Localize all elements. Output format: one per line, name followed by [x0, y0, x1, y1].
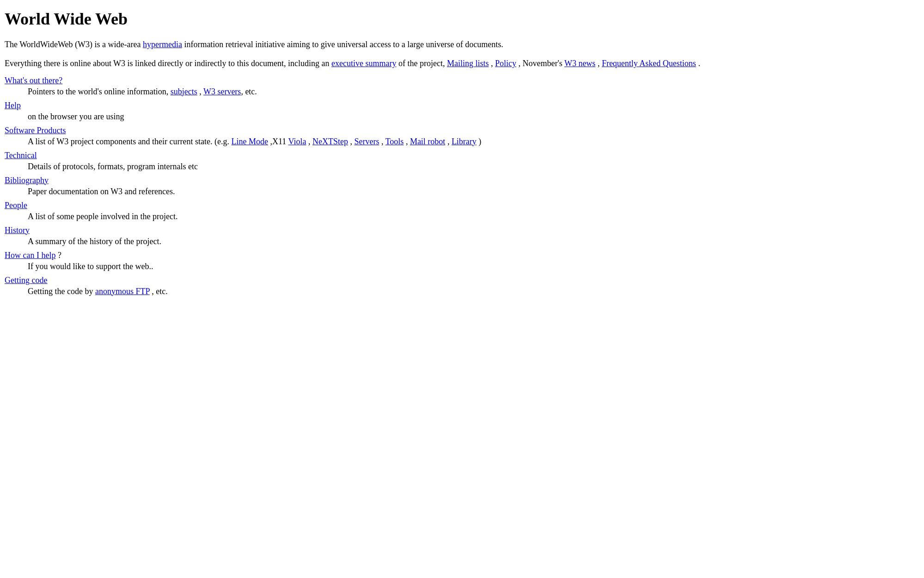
intro2-after1: of the project,: [396, 59, 447, 68]
exec-summary-link[interactable]: executive summary: [331, 59, 396, 68]
w3servers-link[interactable]: W3 servers: [203, 87, 241, 96]
technical-desc: Details of protocols, formats, program i…: [28, 160, 915, 173]
intro2-after5: .: [696, 59, 700, 68]
software-products-link[interactable]: Software Products: [5, 126, 915, 135]
intro2-before: Everything there is online about W3 is l…: [5, 59, 331, 68]
intro2-after2: ,: [489, 59, 495, 68]
how-can-i-help-line: How can I help ?: [5, 251, 61, 260]
section-technical: Technical Details of protocols, formats,…: [5, 151, 915, 173]
section-bibliography: Bibliography Paper documentation on W3 a…: [5, 176, 915, 198]
viola-link[interactable]: Viola: [288, 137, 306, 146]
technical-link[interactable]: Technical: [5, 151, 915, 160]
linemode-link[interactable]: Line Mode: [232, 137, 268, 146]
history-desc: A summary of the history of the project.: [28, 235, 915, 248]
faq-link[interactable]: Frequently Asked Questions: [602, 59, 696, 68]
intro1-before: The WorldWideWeb (W3) is a wide-area: [5, 40, 143, 49]
people-link[interactable]: People: [5, 201, 915, 210]
intro1-after: information retrieval initiative aiming …: [182, 40, 503, 49]
bibliography-link[interactable]: Bibliography: [5, 176, 915, 185]
section-help: Help on the browser you are using: [5, 101, 915, 123]
getting-code-desc: Getting the code by anonymous FTP , etc.: [28, 285, 915, 298]
tools-link[interactable]: Tools: [386, 137, 404, 146]
section-people: People A list of some people involved in…: [5, 201, 915, 223]
nextstep-link[interactable]: NeXTStep: [312, 137, 348, 146]
history-link[interactable]: History: [5, 226, 915, 235]
mailing-lists-link[interactable]: Mailing lists: [447, 59, 489, 68]
how-can-i-help-desc: If you would like to support the web..: [28, 260, 915, 273]
software-products-desc: A list of W3 project components and thei…: [28, 135, 915, 148]
section-whats-out-there: What's out there? Pointers to the world'…: [5, 76, 915, 98]
bibliography-desc: Paper documentation on W3 and references…: [28, 185, 915, 198]
help-link[interactable]: Help: [5, 101, 915, 111]
section-getting-code: Getting code Getting the code by anonymo…: [5, 276, 915, 298]
getting-code-link[interactable]: Getting code: [5, 276, 915, 285]
people-desc: A list of some people involved in the pr…: [28, 210, 915, 223]
intro2-after4: ,: [595, 59, 602, 68]
w3news-link[interactable]: W3 news: [564, 59, 595, 68]
intro2-after3: , November's: [516, 59, 564, 68]
hypermedia-link[interactable]: hypermedia: [143, 40, 182, 49]
whats-out-there-link[interactable]: What's out there?: [5, 76, 915, 86]
whats-out-there-desc: Pointers to the world's online informati…: [28, 86, 915, 98]
intro-paragraph-2: Everything there is online about W3 is l…: [5, 57, 915, 70]
mailrobot-link[interactable]: Mail robot: [410, 137, 446, 146]
page-title: World Wide Web: [5, 9, 915, 29]
anonymous-ftp-link[interactable]: anonymous FTP: [95, 287, 150, 296]
subjects-link[interactable]: subjects: [171, 87, 197, 96]
section-software-products: Software Products A list of W3 project c…: [5, 126, 915, 148]
intro-paragraph-1: The WorldWideWeb (W3) is a wide-area hyp…: [5, 38, 915, 51]
section-history: History A summary of the history of the …: [5, 226, 915, 248]
how-can-i-help-link[interactable]: How can I help: [5, 251, 55, 260]
section-how-can-i-help: How can I help ? If you would like to su…: [5, 251, 915, 273]
library-link[interactable]: Library: [452, 137, 477, 146]
servers-link[interactable]: Servers: [354, 137, 379, 146]
help-desc: on the browser you are using: [28, 111, 915, 123]
policy-link[interactable]: Policy: [495, 59, 516, 68]
